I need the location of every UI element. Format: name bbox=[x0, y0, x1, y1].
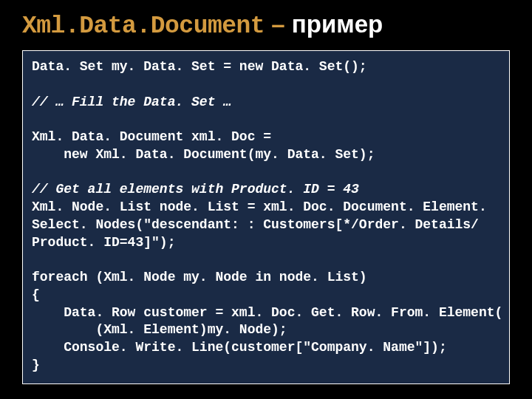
code-line: Data. Row customer = xml. Doc. Get. Row.… bbox=[32, 305, 502, 320]
title-class: Xml.Data.Document bbox=[22, 13, 265, 40]
code-line: } bbox=[32, 358, 40, 372]
code-line: Console. Write. Line(customer["Company. … bbox=[32, 340, 447, 355]
code-line: (Xml. Element)my. Node); bbox=[32, 322, 287, 337]
code-block: Data. Set my. Data. Set = new Data. Set(… bbox=[22, 50, 510, 384]
code-line: Select. Nodes("descendant: : Customers[*… bbox=[32, 217, 479, 232]
code-comment: // Get all elements with Product. ID = 4… bbox=[32, 182, 359, 197]
code-line: new Xml. Data. Document(my. Data. Set); bbox=[32, 147, 375, 162]
title-word: пример bbox=[292, 10, 383, 38]
code-line: { bbox=[32, 287, 40, 302]
slide-title: Xml.Data.Document – пример bbox=[0, 0, 532, 47]
title-dash: – bbox=[265, 10, 292, 38]
code-line: Xml. Node. List node. List = xml. Doc. D… bbox=[32, 200, 487, 214]
code-line: Data. Set my. Data. Set = new Data. Set(… bbox=[32, 59, 367, 74]
code-comment: // … Fill the Data. Set … bbox=[32, 95, 231, 109]
code-line: Product. ID=43]"); bbox=[32, 235, 175, 250]
code-line: Xml. Data. Document xml. Doc = bbox=[32, 129, 271, 144]
code-line: foreach (Xml. Node my. Node in node. Lis… bbox=[32, 270, 367, 284]
